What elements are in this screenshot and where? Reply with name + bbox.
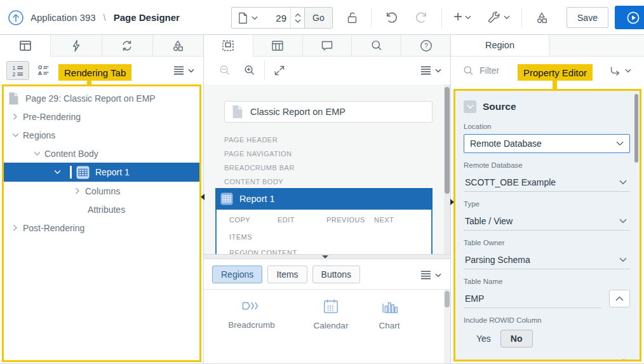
divider	[204, 289, 450, 290]
splitter-collapse-down-icon[interactable]	[322, 255, 328, 259]
position-copy[interactable]: COPY	[229, 216, 278, 224]
position-edit[interactable]: EDIT	[278, 216, 326, 224]
gallery-tab-items[interactable]: Items	[267, 266, 307, 283]
app-breadcrumb[interactable]: Application 393	[30, 12, 96, 23]
chevron-right-icon[interactable]	[8, 224, 23, 231]
left-menu-button[interactable]	[173, 65, 194, 76]
tab-help[interactable]: ?	[401, 35, 450, 56]
position-next[interactable]: NEXT	[374, 216, 394, 224]
up-circle-icon[interactable]	[8, 10, 24, 26]
gallery-menu-button[interactable]	[420, 269, 441, 281]
go-button[interactable]: Go	[304, 8, 332, 28]
tabbar-filler	[549, 35, 644, 56]
component-breadcrumb[interactable]: Breadcrumb	[222, 297, 281, 330]
page-region-card[interactable]: Classic Report on EMP	[224, 101, 433, 123]
tab-dynamic-actions[interactable]	[51, 35, 102, 56]
redo-icon[interactable]	[406, 6, 438, 29]
tab-layout[interactable]	[204, 35, 253, 57]
property-scroll-thumb[interactable]	[634, 94, 638, 163]
tree-item-report-1[interactable]: Report 1	[2, 163, 201, 182]
classic-report-icon	[220, 192, 233, 205]
slot-page-navigation[interactable]: PAGE NAVIGATION	[224, 147, 295, 161]
filter-input[interactable]	[480, 65, 516, 76]
tree-item-page[interactable]: Page 29: Classic Report on EMP	[2, 89, 201, 107]
gallery-tab-buttons[interactable]: Buttons	[312, 266, 360, 283]
slot-breadcrumb-bar[interactable]: BREADCRUMB BAR	[224, 161, 295, 175]
table-owner-select[interactable]: Parsing Schema	[464, 250, 630, 269]
field-remote-database: Remote Database SCOTT_OBE Example	[464, 161, 630, 192]
annotation-connector	[553, 81, 557, 89]
zoom-in-icon[interactable]	[243, 64, 257, 78]
slot-region-content[interactable]: REGION CONTENT	[229, 249, 297, 254]
collapse-left-pane-handle[interactable]	[201, 194, 205, 200]
center-tabbar: ?	[204, 35, 450, 57]
chevron-down-icon[interactable]	[29, 151, 44, 156]
ordered-list-button[interactable]: 12	[6, 61, 29, 80]
tab-processing[interactable]	[102, 35, 153, 56]
lock-open-icon[interactable]	[337, 7, 367, 29]
tree-item-columns[interactable]: Columns	[2, 182, 201, 200]
svg-text:2: 2	[13, 71, 16, 78]
rowid-yes-option[interactable]: Yes	[476, 334, 491, 344]
save-button[interactable]: Save	[567, 7, 608, 28]
page-number-stepper[interactable]	[290, 8, 304, 28]
selected-region-header[interactable]: Report 1	[215, 188, 433, 210]
gallery-scrollbar[interactable]	[444, 290, 450, 364]
gallery-scroll-thumb[interactable]	[445, 291, 450, 307]
location-select[interactable]: Remote Database	[464, 134, 630, 153]
rowid-no-option[interactable]: No	[500, 330, 533, 347]
type-select[interactable]: Table / View	[464, 212, 630, 231]
component-chart[interactable]: Chart	[360, 297, 419, 330]
tab-component-view[interactable]	[253, 35, 303, 56]
breadcrumb-separator: \	[104, 12, 106, 23]
chevron-right-icon[interactable]	[70, 187, 85, 194]
shared-components-icon[interactable]	[526, 6, 558, 29]
tree-item-attributes[interactable]: Attributes	[2, 200, 201, 219]
canvas-scrollbar[interactable]	[444, 84, 450, 254]
slot-items[interactable]: ITEMS	[229, 233, 252, 241]
chevron-down-icon[interactable]	[50, 170, 65, 175]
group-by-button[interactable]	[34, 61, 53, 80]
collapse-group-button[interactable]	[464, 100, 476, 113]
search-icon	[369, 38, 384, 53]
table-name-input[interactable]: EMP	[464, 289, 601, 308]
collapse-right-pane-handle[interactable]	[450, 199, 454, 205]
tree-item-regions[interactable]: Regions	[2, 126, 201, 144]
tab-page-shared-components[interactable]	[153, 35, 203, 56]
breadcrumb: Application 393 \ Page Designer	[8, 0, 180, 35]
position-previous[interactable]: PREVIOUS	[326, 216, 374, 224]
canvas-scroll-thumb[interactable]	[445, 87, 450, 194]
tree-item-post-rendering[interactable]: Post-Rendering	[2, 219, 201, 237]
layout-slots: PAGE HEADER PAGE NAVIGATION BREADCRUMB B…	[224, 133, 295, 189]
gallery-tab-regions[interactable]: Regions	[212, 266, 262, 283]
layout-canvas: Classic Report on EMP PAGE HEADER PAGE N…	[204, 84, 450, 254]
tab-region[interactable]: Region	[451, 35, 549, 56]
slot-content-body[interactable]: CONTENT BODY	[224, 175, 295, 189]
page-finder-icon[interactable]	[232, 8, 264, 28]
utilities-menu-button[interactable]	[479, 10, 518, 25]
tab-page-search[interactable]	[352, 35, 401, 56]
remote-database-select[interactable]: SCOTT_OBE Example	[464, 173, 630, 192]
page-number-input[interactable]	[264, 8, 290, 28]
rendering-tree: Page 29: Classic Report on EMP Pre-Rende…	[2, 84, 201, 362]
field-location: Location Remote Database	[464, 123, 630, 153]
create-menu-button[interactable]: +	[446, 11, 479, 24]
tab-rendering[interactable]	[0, 35, 51, 57]
open-code-editor-icon[interactable]	[614, 356, 629, 360]
zoom-out-icon[interactable]	[218, 64, 232, 78]
chevron-down-icon[interactable]	[8, 133, 23, 138]
run-button[interactable]	[615, 6, 644, 29]
tree-item-content-body[interactable]: Content Body	[2, 144, 201, 163]
tab-messages[interactable]	[303, 35, 352, 56]
expand-icon[interactable]	[272, 64, 286, 78]
slot-page-header[interactable]: PAGE HEADER	[224, 133, 295, 147]
collapse-up-button[interactable]	[609, 290, 630, 307]
center-menu-button[interactable]	[420, 65, 441, 76]
component-calendar[interactable]: Calendar	[302, 297, 360, 330]
horizontal-splitter[interactable]	[204, 254, 450, 259]
undo-icon[interactable]	[375, 6, 406, 29]
go-to-menu-button[interactable]	[608, 64, 631, 77]
chevron-right-icon[interactable]	[8, 113, 23, 120]
tree-item-pre-rendering[interactable]: Pre-Rendering	[2, 107, 201, 126]
page-title: Page Designer	[114, 12, 180, 23]
